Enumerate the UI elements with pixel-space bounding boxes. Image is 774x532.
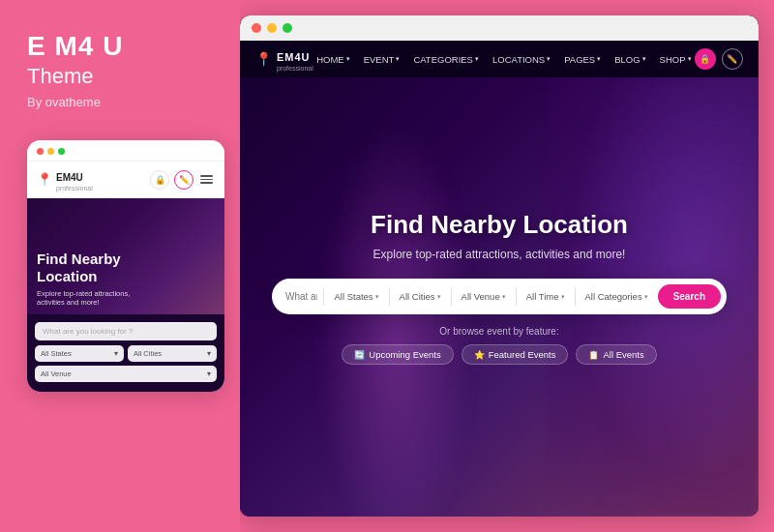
mockup-hamburger-btn[interactable] — [198, 173, 215, 186]
browse-tags: 🔄 Upcoming Events ⭐ Featured Events 📋 Al… — [269, 344, 729, 365]
desktop-nav-menu: HOME ▾ EVENT ▾ CATEGORIES ▾ LOCATIONS ▾ … — [316, 54, 691, 65]
desktop-nav: 📍 EM4U professional HOME ▾ EVENT ▾ CATEG… — [240, 41, 759, 77]
browser-dot-yellow — [267, 23, 277, 33]
mockup-top-bar — [27, 140, 224, 162]
mockup-logo-text: EM4U — [56, 172, 83, 183]
desktop-nav-logo: 📍 EM4U professional — [255, 47, 313, 72]
mockup-venue-select[interactable]: All Venue ▾ — [35, 366, 217, 382]
mockup-search-area: What are you looking for ? All States ▾ … — [27, 314, 224, 392]
mockup-dot-green — [58, 148, 65, 155]
brand-title: E M4 U — [27, 31, 123, 62]
mockup-cities-select[interactable]: All Cities ▾ — [128, 345, 217, 362]
featured-icon: ⭐ — [474, 350, 485, 360]
all-states-select[interactable]: All States ▾ — [330, 291, 382, 302]
mockup-dot-red — [37, 148, 44, 155]
desktop-hero: Find Nearby Location Explore top-rated a… — [240, 77, 759, 517]
mockup-select-row-1: All States ▾ All Cities ▾ — [35, 345, 217, 362]
browser-dot-red — [252, 23, 261, 33]
mockup-hero-subtitle: Explore top-rated attractions,activities… — [37, 289, 215, 307]
search-button[interactable]: Search — [658, 284, 721, 309]
nav-edit-icon[interactable]: ✏️ — [722, 48, 743, 70]
mockup-dots — [37, 148, 65, 155]
nav-lock-icon[interactable]: 🔒 — [695, 48, 716, 70]
hero-search-bar: All States ▾ All Cities ▾ All Venue ▾ Al… — [272, 279, 727, 314]
brand-name: E M4 U — [27, 31, 123, 61]
mockup-dot-yellow — [47, 148, 54, 155]
mobile-mockup: 📍 EM4U professional 🔒 ✏️ Find NearbyLoca… — [27, 140, 224, 392]
nav-item-locations[interactable]: LOCATIONS ▾ — [492, 54, 551, 65]
browser-dot-green — [283, 23, 292, 33]
upcoming-label: Upcoming Events — [369, 349, 440, 360]
nav-item-blog[interactable]: BLOG ▾ — [614, 54, 645, 65]
mockup-edit-btn[interactable]: ✏️ — [174, 170, 194, 190]
nav-item-home[interactable]: HOME ▾ — [316, 54, 350, 65]
mockup-logo: 📍 EM4U professional — [37, 167, 93, 192]
all-cities-select[interactable]: All Cities ▾ — [396, 291, 445, 302]
featured-label: Featured Events — [489, 349, 556, 360]
mockup-nav: 📍 EM4U professional 🔒 ✏️ — [27, 162, 224, 198]
hero-title: Find Nearby Location — [269, 210, 729, 240]
nav-item-shop[interactable]: SHOP ▾ — [660, 54, 692, 65]
mockup-hero-title: Find NearbyLocation — [37, 251, 215, 285]
all-events-icon: 📋 — [588, 350, 599, 360]
desktop-nav-logo-sub: professional — [277, 65, 313, 72]
desktop-nav-logo-text: EM4U — [277, 51, 311, 63]
desktop-nav-logo-pin-icon: 📍 — [255, 51, 272, 67]
mockup-lock-btn[interactable]: 🔒 — [150, 170, 169, 190]
all-venue-select[interactable]: All Venue ▾ — [458, 291, 510, 302]
all-time-select[interactable]: All Time ▾ — [522, 291, 569, 302]
mockup-search-input[interactable]: What are you looking for ? — [35, 322, 217, 340]
hero-search-input[interactable] — [285, 291, 317, 302]
nav-item-event[interactable]: EVENT ▾ — [364, 54, 401, 65]
mockup-logo-sub: professional — [56, 185, 93, 192]
search-divider-4 — [516, 288, 517, 306]
mockup-hero: Find NearbyLocation Explore top-rated at… — [27, 198, 224, 314]
mockup-logo-pin-icon: 📍 — [37, 172, 52, 187]
theme-label: Theme — [27, 64, 93, 89]
all-events-label: All Events — [603, 349, 643, 360]
search-divider — [323, 288, 324, 306]
right-panel: 📍 EM4U professional HOME ▾ EVENT ▾ CATEG… — [240, 15, 759, 517]
all-categories-select[interactable]: All Categories ▾ — [581, 291, 652, 302]
by-label: By ovatheme — [27, 95, 101, 109]
search-divider-2 — [389, 288, 390, 306]
mockup-states-select[interactable]: All States ▾ — [35, 345, 124, 362]
search-divider-3 — [451, 288, 452, 306]
desktop-nav-actions: 🔒 ✏️ — [695, 48, 743, 70]
search-divider-5 — [575, 288, 576, 306]
hero-content: Find Nearby Location Explore top-rated a… — [240, 210, 759, 365]
hero-subtitle: Explore top-rated attractions, activitie… — [269, 248, 729, 261]
browser-chrome — [240, 15, 759, 41]
featured-events-tag[interactable]: ⭐ Featured Events — [461, 344, 569, 365]
all-events-tag[interactable]: 📋 All Events — [576, 344, 656, 365]
browse-label: Or browse event by feature: — [269, 326, 729, 337]
desktop-browser: 📍 EM4U professional HOME ▾ EVENT ▾ CATEG… — [240, 15, 759, 517]
mockup-nav-icons: 🔒 ✏️ — [150, 170, 215, 190]
left-panel: E M4 U Theme By ovatheme 📍 EM4U professi… — [0, 0, 240, 532]
upcoming-events-tag[interactable]: 🔄 Upcoming Events — [342, 344, 453, 365]
nav-item-pages[interactable]: PAGES ▾ — [564, 54, 601, 65]
nav-item-categories[interactable]: CATEGORIES ▾ — [413, 54, 479, 65]
upcoming-icon: 🔄 — [354, 350, 365, 360]
